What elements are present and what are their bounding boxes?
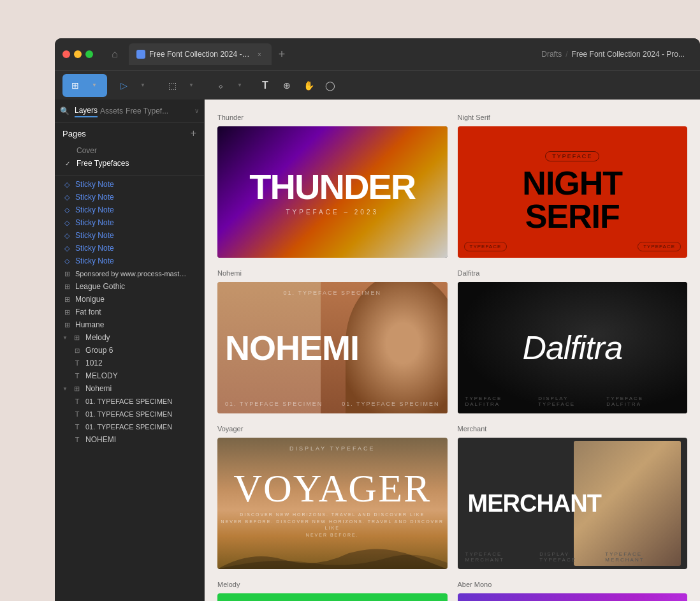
active-tab[interactable]: Free Font Collection 2024 - Proce... × xyxy=(129,43,272,65)
tab-layers[interactable]: Layers xyxy=(75,105,98,117)
layer-sticky-note-7[interactable]: ◇ Sticky Note xyxy=(55,255,204,267)
layer-sticky-note-2[interactable]: ◇ Sticky Note xyxy=(55,191,204,204)
layer-group6[interactable]: ⊡ Group 6 xyxy=(55,344,204,357)
layer-league-gothic[interactable]: ⊞ League Gothic xyxy=(55,280,204,293)
breadcrumb-separator: / xyxy=(565,50,567,59)
night-serif-label: Night Serif xyxy=(458,114,490,121)
page-item-cover[interactable]: Cover xyxy=(62,144,196,157)
frame-tool[interactable]: ⊞ xyxy=(66,77,84,94)
layer-nohemi-text[interactable]: T NOHEMI xyxy=(55,433,204,446)
group-icon: ⊡ xyxy=(73,346,82,355)
layer-sponsored[interactable]: ⊞ Sponsored by www.process-master... xyxy=(55,267,204,280)
breadcrumb-current: Free Font Collection 2024 - Pro... xyxy=(572,50,685,59)
tab-free-typef[interactable]: Free Typef... xyxy=(126,105,168,117)
layer-sticky-note-5[interactable]: ◇ Sticky Note xyxy=(55,229,204,242)
hash-icon: ⊞ xyxy=(62,295,71,304)
aber-mono-label: Aber Mono xyxy=(458,581,492,588)
layer-melody[interactable]: ▼ ⊞ Melody xyxy=(55,331,204,344)
comment-tool[interactable]: ◯ xyxy=(321,77,339,94)
layer-typeface-specimen-2[interactable]: T 01. TYPEFACE SPECIMEN xyxy=(55,408,204,420)
canvas-area[interactable]: Thunder THUNDER TYPEFACE – 2023 Night Se… xyxy=(205,100,700,601)
pages-section: Pages + Cover ✓ Free Typefaces xyxy=(55,122,204,175)
text-layer-icon: T xyxy=(73,359,82,367)
diamond-icon: ◇ xyxy=(62,205,71,214)
layer-1012[interactable]: T 1012 xyxy=(55,357,204,369)
layer-sticky-note-6[interactable]: ◇ Sticky Note xyxy=(55,242,204,255)
traffic-lights xyxy=(62,50,93,58)
tab-close-button[interactable]: × xyxy=(255,50,264,59)
layers-list: ◇ Sticky Note ◇ Sticky Note ◇ Sticky Not… xyxy=(55,175,204,601)
tab-bar: ⌂ Free Font Collection 2024 - Proce... ×… xyxy=(106,43,536,65)
aber-mono-card[interactable]: Aber Mono xyxy=(458,593,688,601)
component-tool[interactable]: ⊕ xyxy=(278,77,296,94)
thunder-text-wrap: THUNDER TYPEFACE – 2023 xyxy=(249,169,415,216)
layer-nohemi[interactable]: ▼ ⊞ Nohemi xyxy=(55,382,204,395)
thunder-label: Thunder xyxy=(217,114,244,121)
melody-label: Melody xyxy=(217,581,240,588)
nohemi-card-wrapper: Nohemi 01. TYPEFACE SPECIMEN NOHEMI 01. … xyxy=(217,282,448,413)
layer-fat-font[interactable]: ⊞ Fat font xyxy=(55,306,204,318)
close-button[interactable] xyxy=(62,50,70,58)
hand-tool[interactable]: ✋ xyxy=(300,77,317,94)
layer-sticky-note-1[interactable]: ◇ Sticky Note xyxy=(55,178,204,191)
layer-typeface-specimen-1[interactable]: T 01. TYPEFACE SPECIMEN xyxy=(55,395,204,408)
pen-dropdown[interactable]: ▼ xyxy=(231,77,249,94)
layer-monigue[interactable]: ⊞ Monigue xyxy=(55,293,204,306)
hash-icon: ⊞ xyxy=(62,308,71,316)
merchant-card[interactable]: MERCHANT TYPEFACE MERCHANT DISPLAY TYPEF… xyxy=(458,438,688,569)
night-serif-card[interactable]: TYPEFACE NIGHTSERIF TYPEFACE TYPEFACE xyxy=(458,126,688,258)
main-content: 🔍 Layers Assets Free Typef... ∨ Pages + … xyxy=(55,100,700,601)
page-item-free-typefaces[interactable]: ✓ Free Typefaces xyxy=(62,157,196,170)
rect-tool[interactable]: ⬚ xyxy=(163,77,181,94)
melody-card[interactable]: 1012 xyxy=(217,593,448,601)
nohemi-card[interactable]: 01. TYPEFACE SPECIMEN NOHEMI 01. TYPEFAC… xyxy=(217,282,448,413)
layer-typeface-specimen-3[interactable]: T 01. TYPEFACE SPECIMEN xyxy=(55,420,204,433)
breadcrumb: Drafts / Free Font Collection 2024 - Pro… xyxy=(541,50,692,59)
maximize-button[interactable] xyxy=(85,50,93,58)
layer-humane[interactable]: ⊞ Humane xyxy=(55,318,204,331)
diamond-icon: ◇ xyxy=(62,244,71,253)
text-layer-icon: T xyxy=(73,435,82,444)
layer-label: Sticky Note xyxy=(75,256,114,265)
thunder-subtitle: TYPEFACE – 2023 xyxy=(249,209,415,216)
move-dropdown[interactable]: ▼ xyxy=(134,77,152,94)
select-dropdown[interactable]: ▼ xyxy=(85,77,103,94)
layer-label: Sticky Note xyxy=(75,244,114,253)
layer-label: Nohemi xyxy=(85,384,112,393)
layer-label: Fat font xyxy=(75,308,101,316)
minimize-button[interactable] xyxy=(74,50,82,58)
panel-chevron-icon[interactable]: ∨ xyxy=(194,107,199,114)
page-checkmark: ✓ xyxy=(65,160,73,167)
pen-tool[interactable]: ⬦ xyxy=(212,77,230,94)
diamond-icon: ◇ xyxy=(62,231,71,240)
move-tool[interactable]: ▷ xyxy=(115,77,133,94)
home-icon[interactable]: ⌂ xyxy=(106,45,124,63)
person-silhouette xyxy=(346,282,448,413)
breadcrumb-drafts: Drafts xyxy=(541,50,562,59)
layer-label: Sticky Note xyxy=(75,218,114,227)
panel-tabs-row: 🔍 Layers Assets Free Typef... ∨ xyxy=(55,100,204,122)
text-tool[interactable]: T xyxy=(256,77,274,94)
dalfitra-card[interactable]: Dalfitra TYPEFACE DALFITRA DISPLAY TYPEF… xyxy=(458,282,688,413)
voyager-card-wrapper: Voyager DISPLAY TYPEFACE VOYAGER DISCOVE… xyxy=(217,438,448,569)
voyager-hills xyxy=(217,544,448,569)
rect-dropdown[interactable]: ▼ xyxy=(182,77,200,94)
thunder-card-wrapper: Thunder THUNDER TYPEFACE – 2023 xyxy=(217,126,448,258)
voyager-card[interactable]: DISPLAY TYPEFACE VOYAGER DISCOVER NEW HO… xyxy=(217,438,448,569)
expand-icon: ▼ xyxy=(62,386,68,392)
tab-assets[interactable]: Assets xyxy=(100,105,123,117)
thunder-card[interactable]: THUNDER TYPEFACE – 2023 xyxy=(217,126,448,258)
layer-label: NOHEMI xyxy=(85,435,116,444)
pages-add-button[interactable]: + xyxy=(191,128,196,139)
voyager-title: VOYAGER xyxy=(233,468,431,508)
search-icon[interactable]: 🔍 xyxy=(60,107,69,115)
diamond-icon: ◇ xyxy=(62,193,71,202)
layer-sticky-note-4[interactable]: ◇ Sticky Note xyxy=(55,216,204,229)
new-tab-button[interactable]: + xyxy=(274,47,289,62)
layer-label: Melody xyxy=(85,333,110,342)
canvas-grid: Thunder THUNDER TYPEFACE – 2023 Night Se… xyxy=(217,112,687,601)
merchant-bottom: TYPEFACE MERCHANT DISPLAY TYPEFACE TYPEF… xyxy=(465,551,680,563)
layer-melody-text[interactable]: T MELODY xyxy=(55,369,204,382)
layer-sticky-note-3[interactable]: ◇ Sticky Note xyxy=(55,204,204,216)
dalfitra-label: Dalfitra xyxy=(458,269,480,277)
